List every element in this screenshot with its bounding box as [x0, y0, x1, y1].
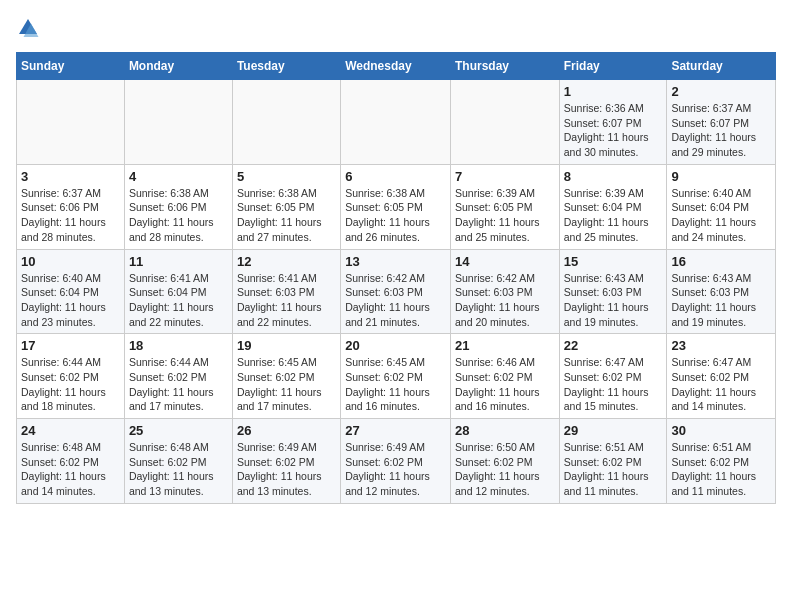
day-number: 10 — [21, 254, 120, 269]
calendar-cell: 26Sunrise: 6:49 AMSunset: 6:02 PMDayligh… — [232, 419, 340, 504]
day-info: Sunrise: 6:51 AMSunset: 6:02 PMDaylight:… — [671, 440, 771, 499]
day-info: Sunrise: 6:45 AMSunset: 6:02 PMDaylight:… — [345, 355, 446, 414]
calendar-cell: 9Sunrise: 6:40 AMSunset: 6:04 PMDaylight… — [667, 164, 776, 249]
calendar-cell: 21Sunrise: 6:46 AMSunset: 6:02 PMDayligh… — [450, 334, 559, 419]
day-number: 17 — [21, 338, 120, 353]
day-info: Sunrise: 6:40 AMSunset: 6:04 PMDaylight:… — [671, 186, 771, 245]
day-number: 19 — [237, 338, 336, 353]
calendar-cell: 14Sunrise: 6:42 AMSunset: 6:03 PMDayligh… — [450, 249, 559, 334]
day-info: Sunrise: 6:49 AMSunset: 6:02 PMDaylight:… — [345, 440, 446, 499]
day-number: 11 — [129, 254, 228, 269]
day-info: Sunrise: 6:38 AMSunset: 6:05 PMDaylight:… — [345, 186, 446, 245]
calendar-cell: 22Sunrise: 6:47 AMSunset: 6:02 PMDayligh… — [559, 334, 667, 419]
calendar-week-1: 1Sunrise: 6:36 AMSunset: 6:07 PMDaylight… — [17, 80, 776, 165]
calendar-cell: 4Sunrise: 6:38 AMSunset: 6:06 PMDaylight… — [124, 164, 232, 249]
day-info: Sunrise: 6:39 AMSunset: 6:04 PMDaylight:… — [564, 186, 663, 245]
page-header — [16, 16, 776, 40]
weekday-header-saturday: Saturday — [667, 53, 776, 80]
day-info: Sunrise: 6:41 AMSunset: 6:04 PMDaylight:… — [129, 271, 228, 330]
day-info: Sunrise: 6:47 AMSunset: 6:02 PMDaylight:… — [564, 355, 663, 414]
calendar-cell: 1Sunrise: 6:36 AMSunset: 6:07 PMDaylight… — [559, 80, 667, 165]
calendar-cell: 6Sunrise: 6:38 AMSunset: 6:05 PMDaylight… — [341, 164, 451, 249]
calendar-cell: 7Sunrise: 6:39 AMSunset: 6:05 PMDaylight… — [450, 164, 559, 249]
calendar-cell: 5Sunrise: 6:38 AMSunset: 6:05 PMDaylight… — [232, 164, 340, 249]
day-number: 2 — [671, 84, 771, 99]
calendar-cell — [450, 80, 559, 165]
day-info: Sunrise: 6:48 AMSunset: 6:02 PMDaylight:… — [129, 440, 228, 499]
day-info: Sunrise: 6:44 AMSunset: 6:02 PMDaylight:… — [21, 355, 120, 414]
calendar-cell: 18Sunrise: 6:44 AMSunset: 6:02 PMDayligh… — [124, 334, 232, 419]
day-number: 12 — [237, 254, 336, 269]
day-info: Sunrise: 6:38 AMSunset: 6:05 PMDaylight:… — [237, 186, 336, 245]
day-info: Sunrise: 6:48 AMSunset: 6:02 PMDaylight:… — [21, 440, 120, 499]
calendar-cell: 24Sunrise: 6:48 AMSunset: 6:02 PMDayligh… — [17, 419, 125, 504]
weekday-header-sunday: Sunday — [17, 53, 125, 80]
day-number: 20 — [345, 338, 446, 353]
day-info: Sunrise: 6:39 AMSunset: 6:05 PMDaylight:… — [455, 186, 555, 245]
logo-icon — [16, 16, 40, 40]
calendar-cell: 10Sunrise: 6:40 AMSunset: 6:04 PMDayligh… — [17, 249, 125, 334]
day-number: 25 — [129, 423, 228, 438]
day-info: Sunrise: 6:45 AMSunset: 6:02 PMDaylight:… — [237, 355, 336, 414]
day-number: 29 — [564, 423, 663, 438]
day-number: 1 — [564, 84, 663, 99]
calendar-table: SundayMondayTuesdayWednesdayThursdayFrid… — [16, 52, 776, 504]
calendar-cell — [232, 80, 340, 165]
weekday-header-monday: Monday — [124, 53, 232, 80]
weekday-header-friday: Friday — [559, 53, 667, 80]
calendar-cell — [124, 80, 232, 165]
day-info: Sunrise: 6:49 AMSunset: 6:02 PMDaylight:… — [237, 440, 336, 499]
calendar-cell: 2Sunrise: 6:37 AMSunset: 6:07 PMDaylight… — [667, 80, 776, 165]
calendar-cell: 8Sunrise: 6:39 AMSunset: 6:04 PMDaylight… — [559, 164, 667, 249]
calendar-week-5: 24Sunrise: 6:48 AMSunset: 6:02 PMDayligh… — [17, 419, 776, 504]
day-number: 26 — [237, 423, 336, 438]
calendar-cell: 16Sunrise: 6:43 AMSunset: 6:03 PMDayligh… — [667, 249, 776, 334]
day-number: 8 — [564, 169, 663, 184]
day-info: Sunrise: 6:37 AMSunset: 6:06 PMDaylight:… — [21, 186, 120, 245]
day-number: 24 — [21, 423, 120, 438]
calendar-cell: 30Sunrise: 6:51 AMSunset: 6:02 PMDayligh… — [667, 419, 776, 504]
calendar-cell: 11Sunrise: 6:41 AMSunset: 6:04 PMDayligh… — [124, 249, 232, 334]
day-info: Sunrise: 6:41 AMSunset: 6:03 PMDaylight:… — [237, 271, 336, 330]
day-number: 4 — [129, 169, 228, 184]
day-number: 21 — [455, 338, 555, 353]
calendar-cell: 19Sunrise: 6:45 AMSunset: 6:02 PMDayligh… — [232, 334, 340, 419]
logo — [16, 16, 44, 40]
day-number: 7 — [455, 169, 555, 184]
day-number: 14 — [455, 254, 555, 269]
day-info: Sunrise: 6:42 AMSunset: 6:03 PMDaylight:… — [345, 271, 446, 330]
calendar-cell: 15Sunrise: 6:43 AMSunset: 6:03 PMDayligh… — [559, 249, 667, 334]
day-number: 13 — [345, 254, 446, 269]
weekday-header-wednesday: Wednesday — [341, 53, 451, 80]
day-info: Sunrise: 6:37 AMSunset: 6:07 PMDaylight:… — [671, 101, 771, 160]
calendar-cell: 28Sunrise: 6:50 AMSunset: 6:02 PMDayligh… — [450, 419, 559, 504]
day-number: 3 — [21, 169, 120, 184]
day-number: 6 — [345, 169, 446, 184]
day-info: Sunrise: 6:51 AMSunset: 6:02 PMDaylight:… — [564, 440, 663, 499]
calendar-week-3: 10Sunrise: 6:40 AMSunset: 6:04 PMDayligh… — [17, 249, 776, 334]
day-info: Sunrise: 6:50 AMSunset: 6:02 PMDaylight:… — [455, 440, 555, 499]
day-info: Sunrise: 6:36 AMSunset: 6:07 PMDaylight:… — [564, 101, 663, 160]
calendar-cell — [17, 80, 125, 165]
day-number: 22 — [564, 338, 663, 353]
day-number: 16 — [671, 254, 771, 269]
day-info: Sunrise: 6:40 AMSunset: 6:04 PMDaylight:… — [21, 271, 120, 330]
day-info: Sunrise: 6:38 AMSunset: 6:06 PMDaylight:… — [129, 186, 228, 245]
day-number: 28 — [455, 423, 555, 438]
calendar-cell: 23Sunrise: 6:47 AMSunset: 6:02 PMDayligh… — [667, 334, 776, 419]
day-info: Sunrise: 6:43 AMSunset: 6:03 PMDaylight:… — [671, 271, 771, 330]
calendar-cell: 3Sunrise: 6:37 AMSunset: 6:06 PMDaylight… — [17, 164, 125, 249]
calendar-week-4: 17Sunrise: 6:44 AMSunset: 6:02 PMDayligh… — [17, 334, 776, 419]
day-info: Sunrise: 6:46 AMSunset: 6:02 PMDaylight:… — [455, 355, 555, 414]
day-number: 9 — [671, 169, 771, 184]
day-number: 18 — [129, 338, 228, 353]
day-number: 15 — [564, 254, 663, 269]
calendar-cell: 20Sunrise: 6:45 AMSunset: 6:02 PMDayligh… — [341, 334, 451, 419]
day-number: 23 — [671, 338, 771, 353]
calendar-cell: 12Sunrise: 6:41 AMSunset: 6:03 PMDayligh… — [232, 249, 340, 334]
calendar-header: SundayMondayTuesdayWednesdayThursdayFrid… — [17, 53, 776, 80]
calendar-cell: 25Sunrise: 6:48 AMSunset: 6:02 PMDayligh… — [124, 419, 232, 504]
weekday-header-thursday: Thursday — [450, 53, 559, 80]
day-number: 5 — [237, 169, 336, 184]
day-info: Sunrise: 6:47 AMSunset: 6:02 PMDaylight:… — [671, 355, 771, 414]
